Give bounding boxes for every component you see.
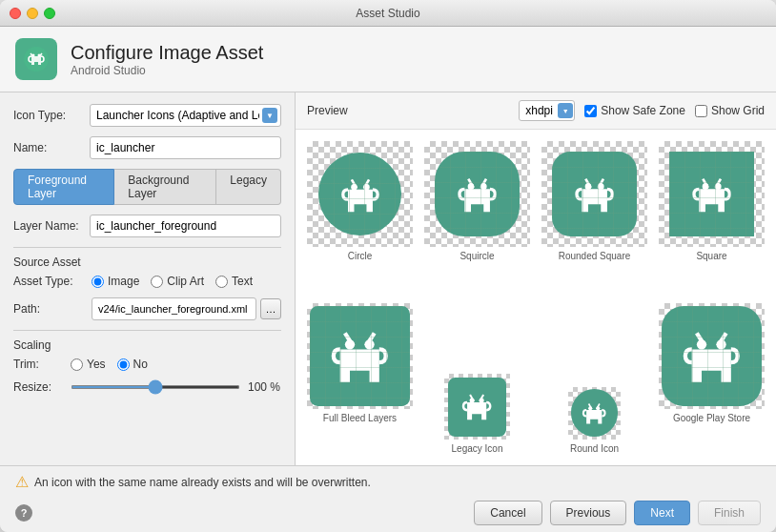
layer-name-input[interactable] [90,215,281,237]
trim-no-radio[interactable] [117,358,130,371]
preview-label: Preview [307,104,348,117]
full-bleed-icon [310,306,410,406]
header-titles: Configure Image Asset Android Studio [71,42,263,77]
asset-type-label: Asset Type: [13,275,92,288]
asset-type-text-text: Text [232,275,253,288]
preview-full-bleed: Full Bleed Layers [307,303,413,454]
app-icon [15,38,57,80]
maximize-button[interactable] [44,8,55,19]
main-window: Asset Studio Configure Image Asset Andro… [0,0,776,532]
trim-yes-text: Yes [87,358,106,371]
trim-yes-label[interactable]: Yes [71,358,106,371]
asset-type-row: Asset Type: Image Clip Art Text [13,275,281,288]
square-label: Square [696,251,726,261]
layer-name-row: Layer Name: [13,215,281,237]
warning-icon: ⚠ [15,473,29,491]
asset-type-text-radio[interactable] [215,276,228,288]
tab-legacy[interactable]: Legacy [216,169,281,205]
preview-round: Round Icon [541,303,647,454]
show-safe-zone-checkbox[interactable] [584,105,597,117]
divider-1 [13,247,281,248]
resize-slider[interactable] [71,385,240,389]
asset-type-clipart-radio[interactable] [151,276,163,288]
minimize-button[interactable] [27,8,38,19]
preview-square: Square [659,141,765,292]
name-label: Name: [13,141,90,154]
squircle-label: Squircle [459,251,494,261]
circle-container [307,141,413,247]
rounded-square-icon [552,152,637,236]
close-button[interactable] [10,8,21,19]
traffic-lights [10,8,55,19]
path-label: Path: [13,302,92,316]
android-studio-logo [23,46,50,72]
trim-yes-radio[interactable] [71,358,83,371]
trim-no-text: No [133,358,148,371]
legacy-icon [448,378,507,437]
preview-header: Preview xhdpi Show Safe Zone Show Grid [296,92,776,130]
warning-text: An icon with the same name already exist… [34,476,371,489]
title-bar: Asset Studio [0,0,776,27]
icon-type-label: Icon Type: [13,109,90,122]
icon-type-select-wrapper: Launcher Icons (Adaptive and Legacy) [90,104,281,127]
asset-type-clipart-label[interactable]: Clip Art [151,275,204,288]
main-content: Icon Type: Launcher Icons (Adaptive and … [0,92,776,465]
asset-type-text-label[interactable]: Text [215,275,253,288]
icon-type-select[interactable]: Launcher Icons (Adaptive and Legacy) [90,104,281,127]
name-row: Name: [13,136,281,159]
cancel-button[interactable]: Cancel [474,501,541,525]
legacy-label: Legacy Icon [452,443,503,454]
layer-name-label: Layer Name: [13,219,90,233]
google-play-container [659,303,765,409]
layer-tabs: Foreground Layer Background Layer Legacy [13,169,281,205]
full-bleed-container [307,303,413,409]
help-button[interactable]: ? [15,504,32,522]
show-grid-label[interactable]: Show Grid [695,104,765,117]
asset-type-radio-group: Image Clip Art Text [92,275,253,288]
density-select[interactable]: xhdpi [519,100,575,121]
trim-no-label[interactable]: No [117,358,148,371]
preview-grid: Circle [296,130,776,465]
warning-row: ⚠ An icon with the same name already exi… [15,473,761,491]
button-row: ? Cancel Previous Next Finish [15,501,761,525]
circle-icon [318,153,401,235]
asset-type-image-label[interactable]: Image [92,275,139,288]
source-asset-header: Source Asset [13,256,281,269]
trim-radio-group: Yes No [71,358,148,371]
preview-circle: Circle [307,141,413,292]
dialog-subtitle: Android Studio [71,64,263,77]
show-safe-zone-label[interactable]: Show Safe Zone [584,104,685,117]
asset-type-image-text: Image [108,275,139,288]
right-panel: Preview xhdpi Show Safe Zone Show Grid [296,92,776,465]
path-input[interactable] [92,297,256,320]
resize-row: Resize: 100 % [13,380,281,394]
name-input[interactable] [90,136,281,159]
previous-button[interactable]: Previous [550,501,627,525]
finish-button[interactable]: Finish [698,501,761,525]
path-input-group: … [92,297,281,320]
google-play-icon [662,306,762,406]
trim-row: Trim: Yes No [13,358,281,371]
tab-background-layer[interactable]: Background Layer [114,169,216,205]
round-container [568,387,622,440]
tab-foreground-layer[interactable]: Foreground Layer [13,169,114,205]
source-asset-section: Source Asset Asset Type: Image Clip Art [13,256,281,320]
preview-rounded-square: Rounded Square [541,141,647,292]
squircle-icon [435,152,520,236]
scaling-header: Scaling [13,338,281,352]
left-panel: Icon Type: Launcher Icons (Adaptive and … [0,92,296,465]
rounded-square-label: Rounded Square [559,251,631,261]
dialog-title: Configure Image Asset [71,42,263,64]
browse-button[interactable]: … [260,298,281,319]
google-play-label: Google Play Store [673,413,750,423]
square-container [659,141,765,247]
asset-type-image-radio[interactable] [92,276,104,288]
resize-label: Resize: [13,380,71,394]
square-icon [669,152,754,236]
divider-2 [13,330,281,331]
show-safe-zone-text: Show Safe Zone [601,104,685,117]
scaling-section: Scaling Trim: Yes No [13,338,281,394]
round-label: Round Icon [570,443,619,454]
next-button[interactable]: Next [634,501,690,525]
show-grid-checkbox[interactable] [695,105,707,117]
